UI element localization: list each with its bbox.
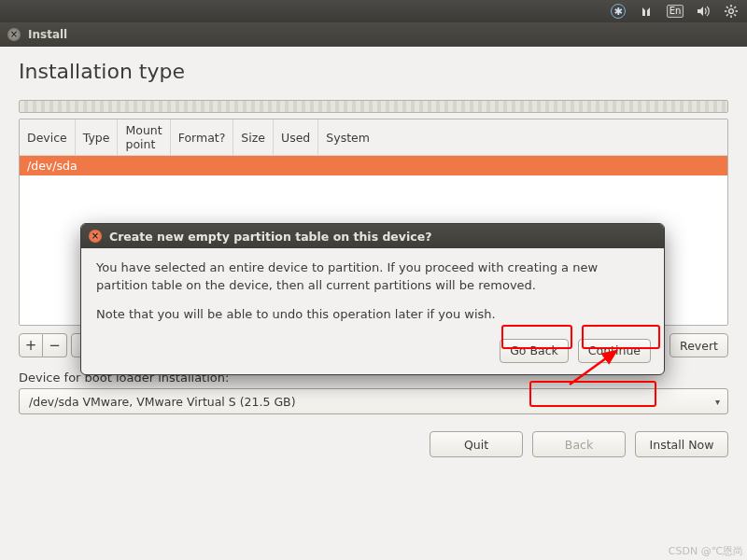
col-format[interactable]: Format?	[170, 119, 233, 156]
revert-button[interactable]: Revert	[669, 333, 728, 357]
confirm-new-partition-table-dialog: × Create new empty partition table on th…	[80, 223, 665, 375]
wizard-footer: Quit Back Install Now	[19, 431, 728, 457]
partition-table-header: Device Type Mount point Format? Size Use…	[20, 119, 727, 156]
add-partition-button[interactable]: +	[19, 333, 43, 357]
device-cell: /dev/sda	[20, 156, 727, 176]
close-icon[interactable]: ×	[89, 230, 102, 243]
page-title: Installation type	[0, 47, 747, 100]
svg-line-7	[734, 7, 736, 8]
remove-partition-button[interactable]: −	[43, 333, 67, 357]
continue-button[interactable]: Continue	[578, 339, 651, 363]
system-menubar: ✱ En	[0, 0, 747, 22]
dialog-title: Create new empty partition table on this…	[109, 230, 431, 244]
quit-button[interactable]: Quit	[430, 431, 523, 457]
svg-line-6	[734, 14, 736, 16]
chevron-down-icon: ▾	[715, 397, 720, 407]
col-system[interactable]: System	[318, 119, 727, 156]
go-back-button[interactable]: Go Back	[500, 339, 569, 363]
svg-line-8	[726, 14, 728, 16]
col-mountpoint[interactable]: Mount point	[118, 119, 170, 156]
installer-window: Installation type Device Type Mount poin…	[0, 47, 747, 465]
svg-point-0	[729, 9, 734, 14]
disk-usage-bar	[19, 100, 728, 113]
col-used[interactable]: Used	[274, 119, 318, 156]
window-titlebar: × Install	[0, 22, 747, 47]
dialog-titlebar: × Create new empty partition table on th…	[81, 224, 664, 248]
install-now-button[interactable]: Install Now	[635, 431, 728, 457]
volume-icon[interactable]	[697, 6, 712, 17]
back-button[interactable]: Back	[532, 431, 626, 457]
boot-loader-device-value: /dev/sda VMware, VMware Virtual S (21.5 …	[29, 395, 296, 409]
dialog-paragraph: You have selected an entire device to pa…	[96, 259, 649, 295]
svg-line-5	[726, 7, 728, 8]
table-row[interactable]: /dev/sda	[20, 156, 727, 176]
close-icon[interactable]: ×	[7, 28, 21, 41]
col-type[interactable]: Type	[75, 119, 118, 156]
input-source-indicator[interactable]: En	[667, 5, 684, 18]
col-size[interactable]: Size	[233, 119, 274, 156]
network-icon[interactable]	[639, 6, 654, 17]
window-title: Install	[28, 28, 67, 41]
watermark: CSDN @℃恩尚	[669, 544, 743, 558]
boot-loader-device-combo[interactable]: /dev/sda VMware, VMware Virtual S (21.5 …	[19, 388, 728, 414]
accessibility-icon[interactable]: ✱	[611, 4, 626, 19]
dialog-paragraph: Note that you will be able to undo this …	[96, 306, 649, 324]
col-device[interactable]: Device	[20, 119, 75, 156]
gear-icon[interactable]	[725, 5, 738, 18]
